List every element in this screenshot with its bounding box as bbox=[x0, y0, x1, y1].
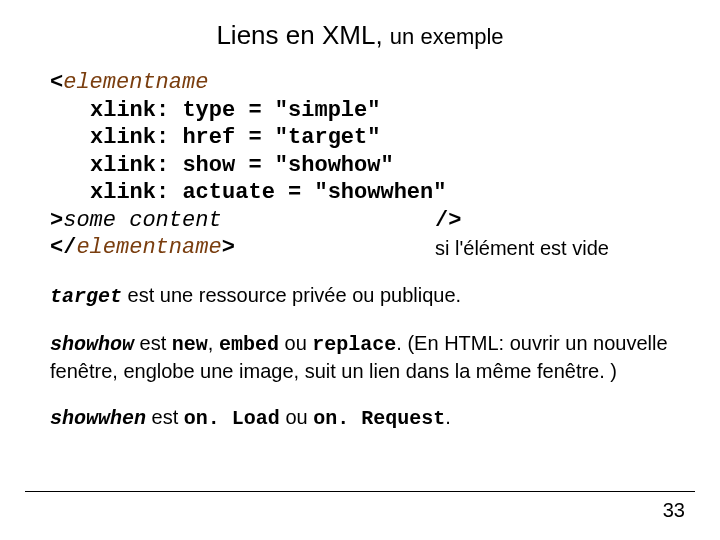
p1-code1: target bbox=[50, 285, 122, 308]
p3-text3: . bbox=[445, 406, 451, 428]
element-open: elementname bbox=[63, 70, 208, 95]
p2-text3: ou bbox=[279, 332, 312, 354]
p3-code1: showwhen bbox=[50, 407, 146, 430]
self-close: /> bbox=[435, 207, 461, 235]
footer-rule bbox=[25, 491, 695, 492]
empty-note: si l'élément est vide bbox=[435, 236, 609, 261]
open-bracket: < bbox=[50, 70, 63, 95]
p3-text2: ou bbox=[280, 406, 313, 428]
p3-text1: est bbox=[146, 406, 184, 428]
paragraph-3: showwhen est on. Load ou on. Request. bbox=[50, 404, 670, 432]
p3-code3: on. Request bbox=[313, 407, 445, 430]
paragraph-1: target est une ressource privée ou publi… bbox=[50, 282, 670, 310]
close-end: > bbox=[222, 235, 235, 260]
code-attr-2: xlink: href = "target" bbox=[50, 124, 670, 152]
slide-title: Liens en XML, un exemple bbox=[50, 20, 670, 51]
content-text: some content bbox=[63, 208, 221, 233]
close-bracket: > bbox=[50, 208, 63, 233]
code-line-open: <elementname bbox=[50, 69, 670, 97]
title-main: Liens en XML, bbox=[216, 20, 389, 50]
p2-text1: est bbox=[134, 332, 172, 354]
p2-text2: , bbox=[208, 332, 219, 354]
p3-code2: on. Load bbox=[184, 407, 280, 430]
page-number: 33 bbox=[663, 499, 685, 522]
code-example: <elementname xlink: type = "simple" xlin… bbox=[50, 69, 670, 262]
p2-code2: new bbox=[172, 333, 208, 356]
p2-code4: replace bbox=[312, 333, 396, 356]
close-open: </ bbox=[50, 235, 76, 260]
p2-code3: embed bbox=[219, 333, 279, 356]
element-close: elementname bbox=[76, 235, 221, 260]
code-attr-3: xlink: show = "showhow" bbox=[50, 152, 670, 180]
code-line-close: </elementname> si l'élément est vide bbox=[50, 234, 670, 262]
paragraph-2: showhow est new, embed ou replace. (En H… bbox=[50, 330, 670, 384]
code-attr-1: xlink: type = "simple" bbox=[50, 97, 670, 125]
title-sub: un exemple bbox=[390, 24, 504, 49]
p2-code1: showhow bbox=[50, 333, 134, 356]
code-attr-4: xlink: actuate = "showwhen" bbox=[50, 179, 670, 207]
code-line-content: >some content /> bbox=[50, 207, 670, 235]
p1-text1: est une ressource privée ou publique. bbox=[122, 284, 461, 306]
